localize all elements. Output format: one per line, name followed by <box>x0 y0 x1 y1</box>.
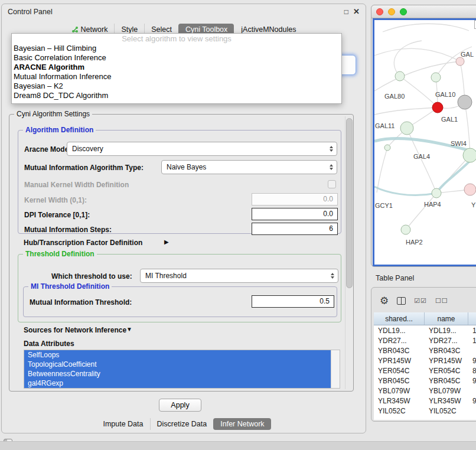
settings-scrollbar[interactable] <box>345 116 353 389</box>
group-title: Cyni Algorithm Settings <box>14 110 92 118</box>
hub-collapse-arrow-icon[interactable]: ▶ <box>164 239 169 245</box>
mi-threshold-field[interactable]: 0.5 <box>252 295 334 308</box>
group-title: Threshold Definition <box>23 250 97 258</box>
tab-infer-network[interactable]: Infer Network <box>213 418 270 430</box>
kernel-width-field[interactable]: 0.0 <box>252 193 338 206</box>
network-canvas[interactable]: GAL GAL80 GAL10 GAL11 GAL1 SWI4 GAL4 GCY… <box>373 18 476 266</box>
menu-item-basic-correlation[interactable]: Basic Correlation Inference <box>12 53 341 63</box>
node-label: GAL4 <box>413 153 430 160</box>
algorithm-definition-group: Algorithm Definition Aracne Mode: Discov… <box>18 130 341 234</box>
tab-label: Network <box>81 25 108 34</box>
network-window-titlebar[interactable] <box>371 5 476 18</box>
gear-icon[interactable]: ⚙ <box>380 296 389 306</box>
cell-shared-name: YIL052C <box>374 407 425 415</box>
mi-algorithm-type-select[interactable]: Naive Bayes <box>161 160 337 174</box>
which-threshold-select[interactable]: MI Threshold <box>140 269 338 283</box>
node-circle[interactable] <box>395 71 405 81</box>
tab-label: Discretize Data <box>157 420 207 428</box>
tab-discretize-data[interactable]: Discretize Data <box>150 418 214 430</box>
column-header-extra[interactable] <box>468 312 476 325</box>
cell-shared-name: YDR27... <box>374 337 425 345</box>
node-label: SWI4 <box>451 140 467 147</box>
deselect-all-checkboxes-icon[interactable]: ☐☐ <box>435 297 448 305</box>
select-all-checkboxes-icon[interactable]: ☑☑ <box>414 297 427 305</box>
cell-extra: 8. <box>468 367 476 375</box>
data-attributes-list: SelfLoops TopologicalCoefficient Between… <box>24 350 340 389</box>
cell-extra: 9. <box>468 397 476 405</box>
table-row[interactable]: YDL19... YDL19... 13 <box>374 325 476 335</box>
node-circle[interactable] <box>401 225 410 234</box>
mi-type-label: Mutual Information Algorithm Type: <box>24 164 144 172</box>
columns-icon[interactable] <box>397 297 406 305</box>
dpi-tolerance-field[interactable]: 0.0 <box>252 208 338 220</box>
node-label: GAL11 <box>375 122 395 129</box>
menu-item-bayesian-hill-climbing[interactable]: Bayesian – Hill Climbing <box>12 44 341 53</box>
cell-name: YBL079W <box>425 387 468 395</box>
menu-item-mutual-information[interactable]: Mutual Information Inference <box>12 72 341 81</box>
node-label: GAL1 <box>441 116 458 123</box>
tab-label: Impute Data <box>103 420 143 428</box>
node-circle[interactable] <box>432 188 441 198</box>
popup-placeholder: Select algorithm to view settings <box>12 34 341 44</box>
table-row[interactable]: YIL052C YIL052C <box>374 406 476 416</box>
node-circle[interactable] <box>458 95 472 109</box>
table-header-row: shared... name <box>374 312 476 325</box>
control-panel-titlebar: Control Panel □ ✕ <box>2 4 366 19</box>
node-circle-selected[interactable] <box>432 102 443 113</box>
float-window-icon[interactable]: □ <box>344 8 348 15</box>
list-scrollbar[interactable] <box>331 350 340 388</box>
node-circle[interactable] <box>431 73 441 82</box>
table-toolbar: ⚙ ☑☑ ☐☐ <box>380 292 448 309</box>
table-row[interactable]: YBL079W YBL079W <box>374 386 476 396</box>
list-item-betweennesscentrality[interactable]: BetweennessCentrality <box>24 369 331 379</box>
table-row[interactable]: YBR043C YBR043C <box>374 345 476 356</box>
tab-label: Infer Network <box>220 420 264 428</box>
cell-shared-name: YER054C <box>374 367 425 375</box>
column-header-name[interactable]: name <box>425 312 468 325</box>
selected-value: MI Threshold <box>145 272 187 280</box>
hub-definition-label: Hub/Transcription Factor Definition <box>24 239 142 247</box>
node-circle[interactable] <box>400 122 413 135</box>
node-circle[interactable] <box>384 145 390 151</box>
node-label: GAL10 <box>435 91 455 98</box>
mi-steps-field[interactable]: 6 <box>252 223 338 235</box>
apply-button[interactable]: Apply <box>159 399 201 412</box>
scrollbar-thumb[interactable] <box>346 118 353 288</box>
combo-arrows-icon <box>327 273 338 279</box>
node-label: GAL <box>461 51 474 58</box>
group-title: Algorithm Definition <box>23 126 96 134</box>
network-icon <box>71 26 79 33</box>
list-item-topologicalcoefficient[interactable]: TopologicalCoefficient <box>24 360 331 369</box>
node-circle[interactable] <box>463 148 476 162</box>
cell-name: YDR27... <box>425 337 468 345</box>
close-window-icon[interactable]: ✕ <box>353 8 360 15</box>
desktop-bottom-strip <box>0 441 476 450</box>
manual-kernel-width-checkbox[interactable] <box>328 180 336 188</box>
table-row[interactable]: YPR145W YPR145W 9. <box>374 356 476 366</box>
sources-expand-arrow-icon[interactable]: ▼ <box>126 326 132 332</box>
tab-impute-data[interactable]: Impute Data <box>96 418 149 430</box>
table-row[interactable]: YER054C YER054C 8. <box>374 366 476 376</box>
kernel-width-label: Kernel Width (0,1): <box>24 196 87 204</box>
aracne-mode-select[interactable]: Discovery <box>67 142 337 156</box>
node-circle[interactable] <box>464 184 476 195</box>
table-row[interactable]: YLR345W YLR345W 9. <box>374 396 476 406</box>
node-circle[interactable] <box>456 57 464 66</box>
column-header-shared-name[interactable]: shared... <box>374 312 425 325</box>
menu-item-bayesian-k2[interactable]: Bayesian – K2 <box>12 81 341 91</box>
table-row[interactable]: YDR27... YDR27... 12 <box>374 335 476 345</box>
node-label: Y <box>471 201 476 208</box>
table-panel-title: Table Panel <box>376 274 414 282</box>
list-item-selfloops[interactable]: SelfLoops <box>24 350 331 360</box>
close-traffic-light-icon[interactable] <box>376 8 383 15</box>
control-panel-window: Control Panel □ ✕ Network Style Select C… <box>1 4 366 433</box>
sources-label: Sources for Network Inference <box>24 326 126 334</box>
menu-item-dream8[interactable]: Dream8 DC_TDC Algorithm <box>12 91 341 100</box>
menu-item-aracne[interactable]: ARACNE Algorithm <box>12 63 341 72</box>
zoom-traffic-light-icon[interactable] <box>400 8 407 15</box>
cell-name: YBR043C <box>425 347 468 355</box>
table-row[interactable]: YBR045C YBR045C 9. <box>374 376 476 386</box>
list-item-gal4rgexp[interactable]: gal4RGexp <box>24 379 331 388</box>
tab-label: jActiveMNodules <box>241 25 296 34</box>
minimize-traffic-light-icon[interactable] <box>388 8 395 15</box>
